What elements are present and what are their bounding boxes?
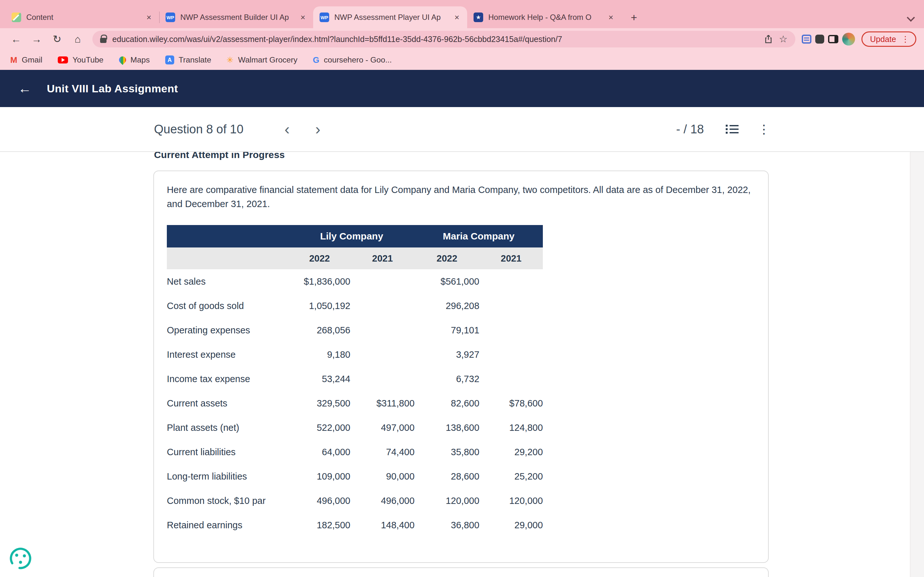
cell-value: 496,000 bbox=[289, 488, 351, 513]
row-label: Common stock, $10 par bbox=[167, 488, 289, 513]
year-header-row: 2022 2021 2022 2021 bbox=[167, 247, 543, 269]
url-text: education.wiley.com/was/ui/v2/assessment… bbox=[112, 35, 758, 44]
bookmark-maps[interactable]: Maps bbox=[119, 55, 150, 64]
tab-assessment-builder[interactable]: WP NWP Assessment Builder UI Ap bbox=[159, 6, 313, 28]
browser-window: Content WP NWP Assessment Builder UI Ap … bbox=[0, 0, 924, 577]
cell-value bbox=[351, 293, 415, 318]
close-icon[interactable] bbox=[452, 13, 462, 23]
tab-strip: Content WP NWP Assessment Builder UI Ap … bbox=[0, 0, 924, 28]
table-row: Interest expense9,1803,927 bbox=[167, 342, 543, 367]
cell-value bbox=[479, 293, 543, 318]
close-icon[interactable] bbox=[606, 13, 616, 23]
wp-favicon-icon: WP bbox=[166, 13, 175, 22]
bookmark-star-icon[interactable] bbox=[779, 34, 788, 44]
cell-value: 522,000 bbox=[289, 416, 351, 440]
address-bar[interactable]: education.wiley.com/was/ui/v2/assessment… bbox=[92, 31, 795, 47]
question-score: - / 18 bbox=[676, 122, 704, 136]
tab-homework-help[interactable]: Homework Help - Q&A from O bbox=[467, 6, 621, 28]
bookmark-walmart-grocery[interactable]: Walmart Grocery bbox=[226, 55, 297, 65]
next-card-edge bbox=[153, 567, 769, 577]
tab-assessment-player-active[interactable]: WP NWP Assessment Player UI Ap bbox=[313, 6, 467, 28]
cell-value bbox=[351, 342, 415, 367]
tab-title: Content bbox=[26, 13, 139, 22]
update-button[interactable]: Update bbox=[861, 31, 916, 47]
back-arrow-icon[interactable] bbox=[18, 81, 31, 96]
cell-value: 25,200 bbox=[479, 464, 543, 488]
palette-logo-icon[interactable] bbox=[8, 546, 33, 571]
bookmark-youtube[interactable]: YouTube bbox=[58, 55, 103, 64]
cell-value: 53,244 bbox=[289, 367, 351, 391]
more-options-kebab-icon[interactable] bbox=[758, 122, 770, 136]
extension-icon[interactable] bbox=[815, 35, 824, 44]
row-label: Current assets bbox=[167, 391, 289, 416]
table-row: Current assets329,500$311,80082,600$78,6… bbox=[167, 391, 543, 416]
google-g-icon bbox=[313, 55, 319, 65]
row-label: Income tax expense bbox=[167, 367, 289, 391]
back-button[interactable]: ← bbox=[8, 31, 24, 47]
reading-list-icon[interactable] bbox=[802, 35, 811, 44]
tab-title: Homework Help - Q&A from O bbox=[488, 13, 601, 22]
table-row: Net sales$1,836,000$561,000 bbox=[167, 269, 543, 293]
youtube-icon bbox=[58, 56, 68, 63]
content-favicon-icon bbox=[11, 13, 21, 22]
attempt-status: Current Attempt in Progress bbox=[154, 152, 924, 160]
update-label: Update bbox=[870, 35, 896, 44]
sidebar-icon[interactable] bbox=[828, 35, 838, 43]
bookmark-coursehero[interactable]: coursehero - Goo... bbox=[313, 55, 392, 65]
forward-button[interactable]: → bbox=[28, 31, 45, 47]
scrollbar-track[interactable] bbox=[910, 152, 924, 577]
tab-search-chevron-icon[interactable] bbox=[907, 13, 915, 21]
cell-value: 120,000 bbox=[415, 488, 479, 513]
cell-value bbox=[479, 269, 543, 293]
cell-value: 3,927 bbox=[415, 342, 479, 367]
translate-icon bbox=[165, 55, 174, 64]
table-row: Common stock, $10 par496,000496,000120,0… bbox=[167, 488, 543, 513]
cell-value bbox=[351, 367, 415, 391]
company-header-maria: Maria Company bbox=[415, 225, 543, 247]
question-nav-bar: Question 8 of 10 - / 18 bbox=[0, 107, 924, 152]
cell-value: 296,208 bbox=[415, 293, 479, 318]
year-header: 2021 bbox=[351, 247, 415, 269]
row-label: Cost of goods sold bbox=[167, 293, 289, 318]
cell-value: 182,500 bbox=[289, 513, 351, 537]
cell-value: $1,836,000 bbox=[289, 269, 351, 293]
home-button[interactable]: ⌂ bbox=[69, 31, 86, 47]
bookmark-label: Translate bbox=[179, 55, 212, 64]
cell-value: 124,800 bbox=[479, 416, 543, 440]
cell-value: 64,000 bbox=[289, 440, 351, 464]
close-icon[interactable] bbox=[144, 13, 154, 23]
close-icon[interactable] bbox=[298, 13, 308, 23]
cell-value: 28,600 bbox=[415, 464, 479, 488]
financial-table: Lily Company Maria Company 2022 2021 202… bbox=[167, 225, 543, 537]
cell-value: 90,000 bbox=[351, 464, 415, 488]
tab-title: NWP Assessment Builder UI Ap bbox=[180, 13, 292, 22]
maps-pin-icon bbox=[118, 55, 128, 65]
cell-value: 36,800 bbox=[415, 513, 479, 537]
bookmark-gmail[interactable]: Gmail bbox=[10, 55, 42, 65]
share-icon[interactable] bbox=[764, 34, 773, 44]
cell-value bbox=[351, 269, 415, 293]
question-list-icon[interactable] bbox=[726, 124, 738, 134]
assignment-header: Unit VIII Lab Assignment bbox=[0, 70, 924, 107]
year-header: 2021 bbox=[479, 247, 543, 269]
cell-value: 120,000 bbox=[479, 488, 543, 513]
new-tab-button[interactable]: + bbox=[625, 8, 643, 26]
cell-value: $311,800 bbox=[351, 391, 415, 416]
question-prompt: Here are comparative financial statement… bbox=[167, 183, 760, 211]
company-header-lily: Lily Company bbox=[289, 225, 415, 247]
cell-value: 79,101 bbox=[415, 318, 479, 342]
prev-question-button[interactable] bbox=[284, 121, 290, 137]
row-label: Interest expense bbox=[167, 342, 289, 367]
row-label: Long-term liabilities bbox=[167, 464, 289, 488]
bookmark-label: Maps bbox=[131, 55, 150, 64]
reload-button[interactable]: ↻ bbox=[49, 31, 65, 47]
year-header: 2022 bbox=[289, 247, 351, 269]
row-label: Plant assets (net) bbox=[167, 416, 289, 440]
cell-value: 29,200 bbox=[479, 440, 543, 464]
assessment-content: Current Attempt in Progress Here are com… bbox=[0, 152, 924, 577]
cell-value: 497,000 bbox=[351, 416, 415, 440]
bookmark-translate[interactable]: Translate bbox=[165, 55, 212, 64]
next-question-button[interactable] bbox=[315, 121, 320, 137]
profile-avatar[interactable] bbox=[842, 33, 855, 45]
tab-content[interactable]: Content bbox=[5, 6, 159, 28]
